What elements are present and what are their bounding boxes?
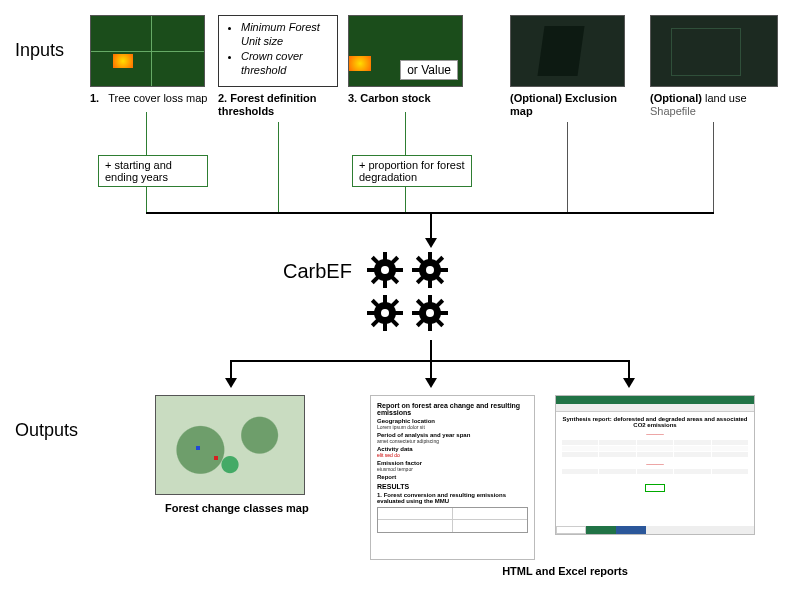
input-caption-4: (Optional) Exclusion map [510, 92, 630, 118]
arrowhead-engine [425, 238, 437, 248]
svg-point-9 [381, 266, 389, 274]
svg-rect-2 [383, 280, 387, 288]
rpt-l4: eiusmod tempor [377, 466, 528, 472]
engine-label: CarbEF [283, 260, 352, 283]
cap5-title: land use [705, 92, 747, 104]
cap2-index: 2. [218, 92, 227, 104]
rpt-heading: Report on forest area change and resulti… [377, 402, 528, 416]
cap4-prefix: (Optional) [510, 92, 562, 104]
out-v-mid [430, 360, 432, 380]
cap5-prefix: (Optional) [650, 92, 702, 104]
cap3-title: Carbon stock [360, 92, 430, 104]
rpt-l3: elit sed do [377, 452, 528, 458]
svg-point-15 [426, 309, 434, 317]
param-mmu: Minimum Forest Unit size [241, 20, 329, 49]
out-arrow-mid [425, 378, 437, 388]
svg-point-11 [426, 266, 434, 274]
conn-gray-5 [713, 122, 714, 212]
param-crown: Crown cover threshold [241, 49, 329, 78]
out-arrow-left [225, 378, 237, 388]
cap1-index: 1. [90, 92, 99, 104]
input-thumb-treecover [90, 15, 205, 87]
output-thumb-excel: Synthesis report: deforested and degrade… [555, 395, 755, 535]
gear-grid [360, 248, 460, 341]
svg-rect-3 [367, 268, 375, 272]
addbox-degr: + proportion for forest degradation [352, 155, 472, 187]
inputs-label: Inputs [15, 40, 64, 61]
cap2-title: Forest definition thresholds [218, 92, 316, 117]
cap5-sub: Shapefile [650, 105, 696, 117]
out-v-left [230, 360, 232, 380]
down-to-engine [430, 212, 432, 240]
input-thumb-exclusion [510, 15, 625, 87]
rpt-s5: Report [377, 474, 528, 480]
input-params-box: Minimum Forest Unit size Crown cover thr… [218, 15, 338, 87]
svg-point-13 [381, 309, 389, 317]
conn-gray-4 [567, 122, 568, 212]
input-caption-3: 3. Carbon stock [348, 92, 478, 105]
xl-title: Synthesis report: deforested and degrade… [562, 416, 748, 428]
rpt-r1: 1. Forest conversion and resulting emiss… [377, 492, 528, 504]
input-caption-2: 2. Forest definition thresholds [218, 92, 338, 118]
out-v-right [628, 360, 630, 380]
svg-rect-4 [395, 268, 403, 272]
svg-rect-1 [383, 252, 387, 260]
input-thumb-carbon: or Value [348, 15, 463, 87]
output-thumb-html: Report on forest area change and resulti… [370, 395, 535, 560]
input-caption-1: 1. Tree cover loss map [90, 92, 220, 105]
rpt-l2: amet consectetur adipiscing [377, 438, 528, 444]
outputs-label: Outputs [15, 420, 78, 441]
or-value-label: or Value [400, 60, 458, 80]
input-caption-5: (Optional) land use Shapefile [650, 92, 780, 118]
output-caption-2: HTML and Excel reports [440, 565, 690, 578]
output-caption-1: Forest change classes map [165, 502, 325, 515]
conn-green-2 [278, 122, 279, 212]
cap1-title: Tree cover loss map [108, 92, 207, 104]
output-thumb-map [155, 395, 305, 495]
cap3-index: 3. [348, 92, 357, 104]
below-engine-v [430, 340, 432, 360]
rpt-results: RESULTS [377, 483, 528, 490]
input-thumb-landuse [650, 15, 778, 87]
out-arrow-right [623, 378, 635, 388]
rpt-l1: Lorem ipsum dolor sit [377, 424, 528, 430]
addbox-years: + starting and ending years [98, 155, 208, 187]
